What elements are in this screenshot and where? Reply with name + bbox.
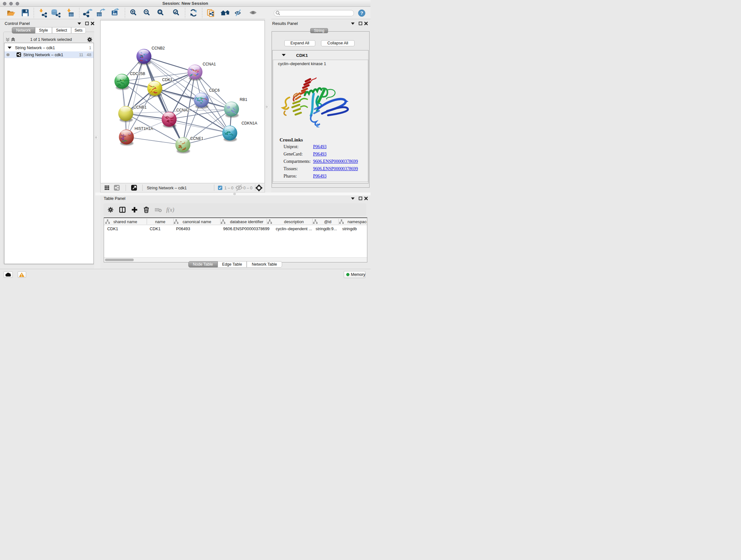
svg-text:RB1: RB1 xyxy=(240,98,247,102)
svg-text:CDC25B: CDC25B xyxy=(130,71,145,76)
svg-text:CDC6: CDC6 xyxy=(209,88,219,92)
svg-text:name: name xyxy=(155,219,165,224)
svg-text:CCNB2: CCNB2 xyxy=(151,46,165,50)
svg-text:?: ? xyxy=(360,10,363,16)
svg-text:canonical name: canonical name xyxy=(183,219,211,224)
svg-text:description: description xyxy=(284,219,304,224)
svg-text:f(x): f(x) xyxy=(166,206,174,213)
svg-text:String Network – cdk1: String Network – cdk1 xyxy=(147,186,187,190)
svg-text:namespace: namespace xyxy=(347,219,367,224)
svg-text:@id: @id xyxy=(324,219,332,224)
svg-text:CCNA1: CCNA1 xyxy=(203,62,216,66)
svg-text:0 – 0: 0 – 0 xyxy=(244,186,253,190)
svg-text:1 – 0: 1 – 0 xyxy=(224,186,233,190)
svg-text:CCNE1: CCNE1 xyxy=(190,136,204,140)
svg-text:HIST1H1A: HIST1H1A xyxy=(135,126,153,131)
svg-text:CDK1: CDK1 xyxy=(162,77,173,82)
svg-text:CCNB1: CCNB1 xyxy=(133,105,147,109)
svg-text:database identifier: database identifier xyxy=(230,219,264,224)
svg-text:CCNA2: CCNA2 xyxy=(177,108,190,112)
svg-text:shared name: shared name xyxy=(113,219,137,224)
svg-text:CDKN1A: CDKN1A xyxy=(242,121,258,125)
